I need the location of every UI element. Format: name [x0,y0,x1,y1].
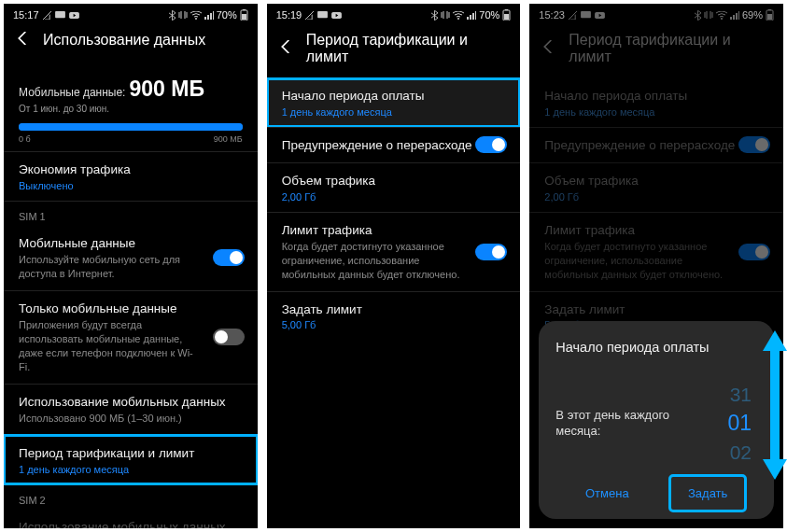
cycle-title: Начало периода оплаты [282,88,506,105]
dialog-title: Начало периода оплаты [555,340,757,355]
set-limit-title: Задать лимит [282,301,506,318]
battery-icon [240,9,248,21]
vibrate-icon [441,10,450,20]
mobile-data-switch[interactable] [213,249,245,266]
header: Использование данных [4,22,258,62]
day-picker[interactable]: 31 01 02 [727,381,757,466]
mobile-usage2-title: Использование мобильных данных [19,519,243,528]
picker-prev: 31 [727,381,752,408]
mobile-usage2-row[interactable]: Использование мобильных данных Использов… [4,510,258,528]
limit-switch[interactable] [475,244,507,260]
mobile-only-row[interactable]: Только мобильные данные Приложения будут… [4,290,258,384]
screen-billing-cycle-dialog: 15:23 69% Период тарификации и лимит Нач… [529,4,783,528]
bluetooth-icon [169,10,176,21]
set-limit-row[interactable]: Задать лимит 5,00 Гб [267,291,521,341]
billing-sub: 1 день каждого месяца [19,464,243,475]
svg-rect-10 [505,9,508,10]
mobile-usage-sub: Использовано 900 МБ (1–30 июн.) [19,412,243,426]
mobile-only-title: Только мобильные данные [19,301,243,317]
ok-button[interactable]: Задать [671,477,744,510]
warning-amount-value: 2,00 Гб [282,191,506,203]
no-sim1-icon [305,11,314,20]
screen-data-usage: 15:17 70% Использование данных Мобильные… [4,4,258,528]
page-title: Использование данных [43,32,205,49]
mobile-only-sub: Приложения будут всегда использовать моб… [19,318,196,373]
signal-icon [467,11,476,20]
limit-row[interactable]: Лимит трафика Когда будет достигнуто ука… [267,212,521,291]
no-sim1-icon [43,11,51,20]
billing-title: Период тарификации и лимит [19,445,243,462]
status-time: 15:17 [13,9,39,21]
sim1-label: SIM 1 [4,201,258,226]
svg-point-8 [457,18,459,20]
cancel-button[interactable]: Отмена [569,477,646,510]
status-time: 15:19 [276,9,302,21]
wifi-icon [453,11,464,20]
limit-sub: Когда будет достигнуто указанное огранич… [282,240,469,282]
set-limit-value: 5,00 Гб [282,319,506,330]
warning-switch[interactable] [475,136,507,153]
svg-point-2 [195,18,197,20]
youtube-icon [69,11,79,20]
status-battery: 70% [217,9,237,21]
cycle-start-row[interactable]: Начало периода оплаты 1 день каждого мес… [267,78,521,127]
status-battery: 70% [479,9,499,21]
mobile-data-row[interactable]: Мобильные данные Используйте мобильную с… [4,226,258,290]
youtube-icon [331,11,342,20]
mobile-usage-row[interactable]: Использование мобильных данных Использов… [4,384,258,435]
data-saver-title: Экономия трафика [19,161,243,178]
mobile-usage-title: Использование мобильных данных [19,394,243,411]
usage-label: Мобильные данные: [19,86,125,99]
usage-bar-max: 900 МБ [214,134,243,144]
message-icon [317,11,328,20]
picker-next: 02 [727,439,752,466]
billing-cycle-row[interactable]: Период тарификации и лимит 1 день каждог… [4,435,258,484]
sim2-label: SIM 2 [4,484,258,510]
warning-amount-title: Объем трафика [282,173,506,189]
cycle-sub: 1 день каждого месяца [282,106,506,118]
message-icon [55,11,65,20]
page-title: Период тарификации и лимит [306,32,508,65]
status-bar: 15:19 70% [267,4,521,22]
battery-icon [502,9,511,21]
usage-bar: 0 б 900 МБ [19,123,243,144]
warning-row[interactable]: Предупреждение о перерасходе [267,127,521,163]
limit-title: Лимит трафика [282,222,506,239]
cycle-start-dialog: Начало периода оплаты В этот день каждог… [539,321,774,519]
warning-title: Предупреждение о перерасходе [282,137,506,154]
usage-bar-min: 0 б [19,134,31,144]
warning-amount-row[interactable]: Объем трафика 2,00 Гб [267,162,521,212]
back-icon[interactable] [17,32,30,49]
screen-billing-cycle: 15:19 70% Период тарификации и лимит Нач… [267,4,521,528]
usage-summary: Мобильные данные: 900 МБ От 1 июн. до 30… [4,62,258,151]
svg-rect-5 [242,14,246,20]
bluetooth-icon [431,10,438,21]
data-saver-row[interactable]: Экономия трафика Выключено [4,151,258,201]
svg-rect-11 [504,14,509,20]
mobile-data-sub: Используйте мобильную сеть для доступа в… [19,253,196,281]
header: Период тарификации и лимит [267,22,521,78]
vibrate-icon [178,10,188,20]
svg-rect-4 [243,9,246,10]
data-saver-value: Выключено [19,180,243,191]
usage-range: От 1 июн. до 30 июн. [19,104,243,114]
back-icon[interactable] [280,40,293,57]
dialog-label: В этот день каждого месяца: [555,408,686,440]
usage-amount: 900 МБ [129,77,204,102]
wifi-icon [190,11,202,20]
picker-selected: 01 [727,408,752,438]
status-bar: 15:17 70% [4,4,258,22]
svg-rect-0 [55,11,65,18]
svg-rect-6 [317,11,328,18]
mobile-data-title: Мобильные данные [19,235,243,252]
mobile-only-switch[interactable] [213,329,245,345]
signal-icon [204,11,214,20]
